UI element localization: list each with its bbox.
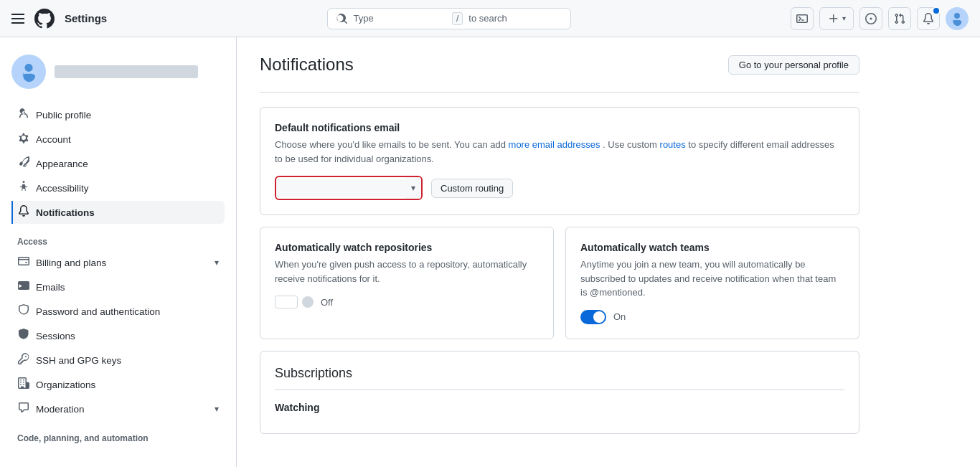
sidebar-label-account: Account [36,134,71,145]
sidebar-access-nav: Billing and plans ▾ Emails [11,251,225,420]
toggle-circle-icon [302,296,314,308]
sidebar-label-billing: Billing and plans [36,258,106,268]
auto-watch-repos-card: Automatically watch repositories When yo… [260,227,554,339]
custom-routing-button[interactable]: Custom routing [431,179,513,198]
page-title: Notifications [260,55,354,75]
desc-text-1: Choose where you'd like emails to be sen… [275,139,506,150]
default-email-title: Default notifications email [275,122,844,133]
sidebar-label-appearance: Appearance [36,159,88,169]
auto-watch-teams-title: Automatically watch teams [580,242,844,253]
create-menu-btn[interactable]: ▾ [819,7,854,30]
watching-label: Watching [275,396,844,419]
terminal-icon-btn[interactable] [791,7,814,30]
sidebar-item-billing[interactable]: Billing and plans ▾ [11,251,225,274]
pull-requests-icon-btn[interactable] [888,7,911,30]
sidebar-item-accessibility[interactable]: Accessibility [11,176,225,199]
sidebar-item-organizations[interactable]: Organizations [11,373,225,396]
default-email-card: Default notifications email Choose where… [260,107,859,215]
main-layout: Public profile Account Appearance [0,37,980,467]
sidebar-link-password[interactable]: Password and authentication [11,300,225,323]
sidebar-link-account[interactable]: Account [11,128,225,151]
auto-watch-repos-checkbox[interactable] [275,296,298,308]
topnav: Settings Type / to search ▾ [0,0,980,37]
auto-watch-repos-toggle-row: Off [275,296,539,308]
sidebar-link-billing[interactable]: Billing and plans ▾ [11,251,225,274]
sidebar-avatar [11,55,46,89]
main-content: Notifications Go to your personal profil… [237,37,882,467]
more-emails-link[interactable]: more email addresses [509,139,600,150]
sidebar-link-accessibility[interactable]: Accessibility [11,176,225,199]
sidebar-link-organizations[interactable]: Organizations [11,373,225,396]
auto-watch-teams-label: On [613,311,626,322]
search-bar[interactable]: Type / to search [327,8,571,29]
key-icon [17,353,30,367]
sidebar-label-emails: Emails [36,282,65,293]
accessibility-icon [17,181,30,195]
creditcard-icon [17,255,30,270]
sidebar-label-accessibility: Accessibility [36,183,89,194]
sidebar-label-organizations: Organizations [36,379,95,390]
search-slash-badge: / [452,12,463,25]
watch-cards-row: Automatically watch repositories When yo… [260,227,859,339]
sidebar-item-public-profile[interactable]: Public profile [11,103,225,126]
sidebar-profile [11,55,225,89]
paintbrush-icon [17,156,30,171]
auto-watch-teams-card: Automatically watch teams Anytime you jo… [565,227,859,339]
user-avatar-nav[interactable] [946,7,969,30]
chevron-down-icon: ▾ [215,258,219,268]
sidebar-main-nav: Public profile Account Appearance [11,103,225,224]
desc-text-2: . Use custom [603,139,657,150]
issues-icon-btn[interactable] [859,7,882,30]
mail-icon [17,280,30,294]
comment-icon [17,402,30,416]
sidebar-link-moderation[interactable]: Moderation ▾ [11,397,225,420]
person-icon [17,108,30,122]
default-email-desc: Choose where you'd like emails to be sen… [275,138,844,166]
organization-icon [17,377,30,392]
hamburger-menu-icon[interactable] [11,14,24,24]
custom-routes-link[interactable]: routes [660,139,686,150]
sidebar-link-notifications[interactable]: Notifications [11,201,225,224]
sidebar-link-ssh-gpg[interactable]: SSH and GPG keys [11,349,225,372]
sidebar-access-title: Access [11,225,225,251]
auto-watch-teams-toggle-row: On [580,310,844,324]
sidebar-label-public-profile: Public profile [36,110,91,121]
email-routing-row: ▾ Custom routing [275,176,844,200]
notifications-icon-btn[interactable] [917,7,940,30]
auto-watch-repos-desc: When you're given push access to a repos… [275,258,539,286]
sidebar-label-moderation: Moderation [36,404,85,415]
github-logo-icon [33,7,56,30]
subscriptions-title: Subscriptions [275,366,844,381]
sidebar-label-ssh-gpg: SSH and GPG keys [36,355,121,366]
email-select-wrapper[interactable]: ▾ [275,176,423,200]
sidebar-item-password[interactable]: Password and authentication [11,300,225,323]
sidebar-link-emails[interactable]: Emails [11,275,225,298]
sidebar-link-public-profile[interactable]: Public profile [11,103,225,126]
search-text: Type [354,13,446,24]
sidebar-item-account[interactable]: Account [11,128,225,151]
sidebar-item-moderation[interactable]: Moderation ▾ [11,397,225,420]
sidebar-item-ssh-gpg[interactable]: SSH and GPG keys [11,349,225,372]
settings-sidebar: Public profile Account Appearance [0,37,237,467]
chevron-down-moderation-icon: ▾ [215,404,219,414]
sidebar-item-appearance[interactable]: Appearance [11,152,225,175]
email-select[interactable] [276,179,405,197]
sidebar-item-notifications[interactable]: Notifications [11,201,225,224]
sidebar-code-section-title: Code, planning, and automation [11,422,225,448]
auto-watch-teams-toggle[interactable] [580,310,606,324]
sidebar-item-sessions[interactable]: Sessions [11,324,225,347]
go-to-profile-button[interactable]: Go to your personal profile [728,55,859,75]
shield-icon [17,304,30,319]
sidebar-link-appearance[interactable]: Appearance [11,152,225,175]
sidebar-link-sessions[interactable]: Sessions [11,324,225,347]
sidebar-label-sessions: Sessions [36,331,75,341]
sidebar-item-emails[interactable]: Emails [11,275,225,298]
page-header-row: Notifications Go to your personal profil… [260,55,859,80]
bell-icon [17,205,30,220]
auto-watch-repos-title: Automatically watch repositories [275,242,539,253]
search-suffix: to search [468,13,561,24]
nav-settings-title: Settings [65,12,107,24]
sidebar-label-password: Password and authentication [36,306,160,317]
auto-watch-repos-label: Off [321,297,333,308]
select-arrow-icon: ▾ [405,177,421,199]
